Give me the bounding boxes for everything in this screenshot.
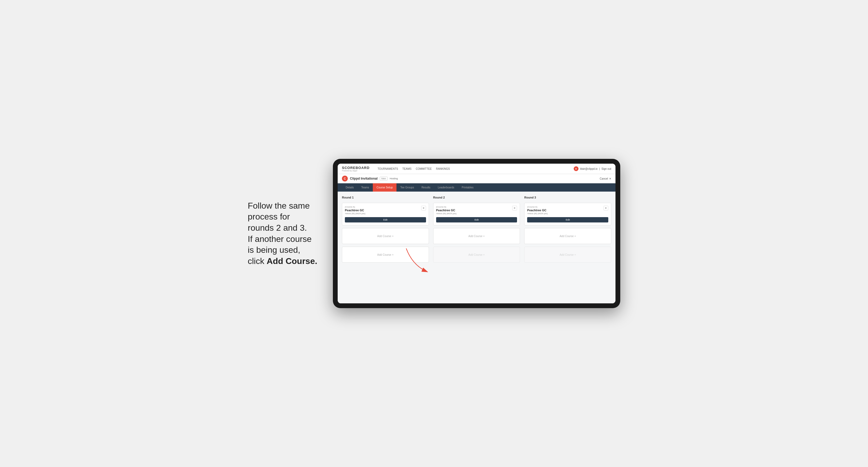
round-3-course-info: (Course A) Peachtree GC Yellow (M) (6629… xyxy=(527,206,548,217)
instruction-bold: Add Course. xyxy=(267,256,317,266)
round-2-card-header: (Course A) Peachtree GC Yellow (M) (6629… xyxy=(436,206,517,217)
round-1-course-info: (Course A) Peachtree GC Yellow (M) (6629… xyxy=(345,206,365,217)
instruction-text: Follow the same process for rounds 2 and… xyxy=(248,200,322,267)
round-2-add-course-1[interactable]: Add Course + xyxy=(433,228,520,244)
round-3-add-course-label-1: Add Course + xyxy=(560,235,576,238)
cancel-button[interactable]: Cancel ✕ xyxy=(600,177,611,180)
nav-link-tournaments[interactable]: TOURNAMENTS xyxy=(378,167,398,171)
round-3-course-label: (Course A) xyxy=(527,206,548,208)
main-content: Round 1 (Course A) Peachtree GC Yellow (… xyxy=(338,192,616,303)
nav-separator: | xyxy=(599,167,600,170)
tab-details[interactable]: Details xyxy=(342,183,358,192)
tab-teams[interactable]: Teams xyxy=(358,183,373,192)
round-2-card-controls: ✕ xyxy=(512,206,517,211)
round-2-title: Round 2 xyxy=(433,196,520,199)
round-2-add-course-label-1: Add Course + xyxy=(468,235,485,238)
round-2-edit-button[interactable]: Edit xyxy=(436,217,517,222)
instruction-line6: click xyxy=(248,256,267,266)
tablet-screen: SCOREBOARD Powered by clippd TOURNAMENTS… xyxy=(338,164,616,303)
round-3-edit-button[interactable]: Edit xyxy=(527,217,608,222)
tab-bar: Details Teams Course Setup Tee Groups Re… xyxy=(338,183,616,192)
round-3-delete-btn[interactable]: ✕ xyxy=(603,206,608,211)
round-1-add-course-1[interactable]: Add Course + xyxy=(342,228,429,244)
round-1-add-course-label-2: Add Course + xyxy=(377,253,394,256)
round-3-card-header: (Course A) Peachtree GC Yellow (M) (6629… xyxy=(527,206,608,217)
round-3-column: Round 3 (Course A) Peachtree GC Yellow (… xyxy=(524,196,611,262)
nav-links: TOURNAMENTS TEAMS COMMITTEE RANKINGS xyxy=(378,167,568,171)
round-2-course-name: Peachtree GC xyxy=(436,209,457,212)
tab-printables[interactable]: Printables xyxy=(458,183,477,192)
round-3-add-course-1[interactable]: Add Course + xyxy=(524,228,611,244)
round-1-column: Round 1 (Course A) Peachtree GC Yellow (… xyxy=(342,196,429,262)
tab-course-setup[interactable]: Course Setup xyxy=(373,183,397,192)
round-1-course-card: (Course A) Peachtree GC Yellow (M) (6629… xyxy=(342,203,429,225)
logo-scoreboard: SCOREBOARD xyxy=(342,166,370,170)
round-3-course-details: Yellow (M) (6629 yds) xyxy=(527,212,548,215)
user-avatar: B xyxy=(574,166,579,171)
round-3-card-controls: ✕ xyxy=(603,206,608,211)
round-3-add-course-label-2: Add Course + xyxy=(560,253,576,256)
logo-sub: Powered by clippd xyxy=(342,170,370,172)
round-1-edit-button[interactable]: Edit xyxy=(345,217,426,222)
round-2-add-course-2: Add Course + xyxy=(433,247,520,262)
instruction-line5: is being used, xyxy=(248,245,300,255)
rounds-grid: Round 1 (Course A) Peachtree GC Yellow (… xyxy=(342,196,611,262)
round-1-delete-btn[interactable]: ✕ xyxy=(421,206,426,211)
tournament-gender-badge: Men xyxy=(380,177,388,180)
sign-out-link[interactable]: Sign out xyxy=(601,167,611,170)
nav-link-committee[interactable]: COMMITTEE xyxy=(416,167,432,171)
round-2-add-course-label-2: Add Course + xyxy=(468,253,485,256)
nav-right: B blair@clippd.io | Sign out xyxy=(574,166,611,171)
tablet-frame: SCOREBOARD Powered by clippd TOURNAMENTS… xyxy=(333,159,620,308)
round-2-course-info: (Course A) Peachtree GC Yellow (M) (6629… xyxy=(436,206,457,217)
round-2-delete-btn[interactable]: ✕ xyxy=(512,206,517,211)
instruction-line1: Follow the same xyxy=(248,201,310,211)
round-2-course-label: (Course A) xyxy=(436,206,457,208)
tournament-info: C Clippd Invitational Men Hosting xyxy=(342,176,600,182)
tournament-logo: C xyxy=(342,176,348,182)
nav-link-rankings[interactable]: RANKINGS xyxy=(436,167,450,171)
instruction-line4: If another course xyxy=(248,234,312,244)
round-1-course-details: Yellow (M) (6629 yds) xyxy=(345,212,365,215)
round-1-course-name: Peachtree GC xyxy=(345,209,365,212)
sub-header: C Clippd Invitational Men Hosting Cancel… xyxy=(338,174,616,183)
round-1-card-controls: ✕ xyxy=(421,206,426,211)
logo-area: SCOREBOARD Powered by clippd xyxy=(342,166,370,172)
nav-link-teams[interactable]: TEAMS xyxy=(402,167,411,171)
hosting-badge: Hosting xyxy=(390,177,398,180)
round-1-add-course-2[interactable]: Add Course + xyxy=(342,247,429,262)
round-2-course-details: Yellow (M) (6629 yds) xyxy=(436,212,457,215)
round-1-card-header: (Course A) Peachtree GC Yellow (M) (6629… xyxy=(345,206,426,217)
user-email: blair@clippd.io xyxy=(580,167,598,170)
round-1-title: Round 1 xyxy=(342,196,429,199)
round-3-title: Round 3 xyxy=(524,196,611,199)
round-3-course-card: (Course A) Peachtree GC Yellow (M) (6629… xyxy=(524,203,611,225)
tournament-name: Clippd Invitational xyxy=(350,177,378,180)
round-2-column: Round 2 (Course A) Peachtree GC Yellow (… xyxy=(433,196,520,262)
top-nav: SCOREBOARD Powered by clippd TOURNAMENTS… xyxy=(338,164,616,174)
round-1-course-label: (Course A) xyxy=(345,206,365,208)
round-2-course-card: (Course A) Peachtree GC Yellow (M) (6629… xyxy=(433,203,520,225)
round-1-add-course-label-1: Add Course + xyxy=(377,235,394,238)
tab-leaderboards[interactable]: Leaderboards xyxy=(434,183,458,192)
tab-results[interactable]: Results xyxy=(418,183,434,192)
tab-tee-groups[interactable]: Tee Groups xyxy=(397,183,418,192)
instruction-line2: process for xyxy=(248,212,290,221)
round-3-course-name: Peachtree GC xyxy=(527,209,548,212)
round-3-add-course-2: Add Course + xyxy=(524,247,611,262)
page-wrapper: Follow the same process for rounds 2 and… xyxy=(248,159,620,308)
instruction-line3: rounds 2 and 3. xyxy=(248,223,307,232)
